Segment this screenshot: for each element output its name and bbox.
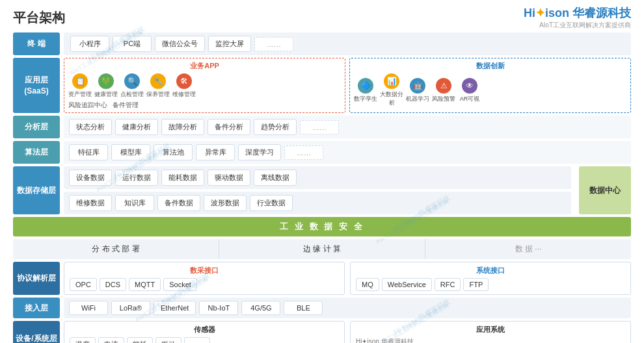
health-icon: 💚	[98, 73, 114, 89]
access-ethernet: EtherNet	[154, 301, 196, 315]
security-bar: 工 业 数 据 安 全	[13, 217, 631, 236]
protocol-label: 协议解析层	[13, 262, 60, 295]
ar-label: AR可视	[460, 95, 480, 103]
storage-run: 运行数据	[115, 170, 158, 186]
ml-icon: 🤖	[410, 78, 425, 94]
digital-twin-icon: 🔷	[358, 78, 373, 94]
data-icons: 🔷 数字孪生 📊 大数据分析 🤖 机器学习 ⚠ 风险预警	[354, 73, 626, 107]
proto-dcs: DCS	[100, 278, 126, 291]
page-title: 平台架构	[13, 9, 65, 27]
dist-deploy: 分 布 式 部 署	[13, 239, 219, 259]
icon-repair: 🛠 维修管理	[172, 73, 196, 99]
maintain-label: 保养管理	[146, 90, 170, 99]
system-interface: 系统接口 MQ WebService RFC FTP	[350, 262, 631, 295]
analysis-content: 状态分析 健康分析 故障分析 备件分析 趋势分析 ……	[64, 116, 631, 138]
storage-repair: 维修数据	[69, 195, 112, 211]
icon-ml: 🤖 机器学习	[406, 78, 429, 103]
storage-wave: 波形数据	[204, 195, 247, 211]
storage-drive: 驱动数据	[208, 170, 250, 186]
bigdata-icon: 📊	[384, 73, 399, 89]
sensor-temp: 温度	[70, 337, 96, 343]
icon-risk: ⚠ 风险预警	[432, 78, 455, 103]
sensor-more: ……	[184, 337, 210, 343]
main-content: 终 端 小程序 PC端 微信公众号 监控大屏 …… 应用层(SaaS) 业务AP…	[0, 32, 644, 343]
proto-mqtt: MQTT	[129, 278, 161, 291]
terminal-label: 终 端	[13, 32, 60, 55]
logo-sub: AIoT工业互联网解决方案提供商	[524, 21, 631, 30]
storage-content: 设备数据 运行数据 能耗数据 驱动数据 离线数据 维修数据 知识库 备件数据 波…	[64, 166, 571, 214]
sensor-section: 传感器 温度 电流 能耗 振动 ……	[64, 321, 345, 343]
storage-row2: 维修数据 知识库 备件数据 波形数据 行业数据	[64, 192, 571, 214]
icon-asset: 📋 资产管理	[68, 73, 92, 99]
sensor-energy: 能耗	[127, 337, 153, 343]
app-system-title: 应用系统	[356, 325, 625, 335]
saas-content: 业务APP 📋 资产管理 💚 健康管理 🔍 点检管理	[64, 58, 631, 113]
business-icons: 📋 资产管理 💚 健康管理 🔍 点检管理 🔧 保养管理	[68, 73, 341, 99]
sensor-cells: 温度 电流 能耗 振动 ……	[70, 337, 339, 343]
icon-health: 💚 健康管理	[94, 73, 118, 99]
icon-bigdata: 📊 大数据分析	[380, 73, 403, 107]
data-center: 数据中心	[579, 166, 631, 214]
header: 平台架构 Hi✦ison 华睿源科技 AIoT工业互联网解决方案提供商	[0, 0, 644, 32]
protocol-row: 协议解析层 数采接口 OPC DCS MQTT Socket 系统接口 MQ W…	[13, 262, 631, 295]
proto-mq: MQ	[356, 278, 379, 291]
data-interface-cells: OPC DCS MQTT Socket	[70, 278, 339, 291]
asset-label: 资产管理	[68, 90, 92, 99]
device-row: 设备/系统层 传感器 温度 电流 能耗 振动 …… 应用系统 Hi✦ison 华…	[13, 321, 631, 343]
algo-feature: 特征库	[69, 144, 108, 160]
risk-label: 风险预警	[432, 95, 455, 103]
health-label: 健康管理	[94, 90, 118, 99]
app-system-section: 应用系统 Hi✦ison 华睿源科技	[350, 321, 631, 343]
dist-edge: 边 缘 计 算	[219, 239, 425, 259]
analysis-fault: 故障分析	[161, 119, 204, 135]
access-row: 接入层 WiFi LoRa® EtherNet Nb-IoT 4G/5G BLE	[13, 298, 631, 318]
sensor-current: 电流	[98, 337, 124, 343]
data-interface: 数采接口 OPC DCS MQTT Socket	[64, 262, 345, 295]
dist-data: 数 据 ···	[425, 239, 631, 259]
analysis-more: ……	[300, 120, 339, 134]
analysis-health: 健康分析	[115, 119, 158, 135]
logo-name: Hi✦ison 华睿源科技	[524, 5, 631, 21]
icon-ar: 👁 AR可视	[458, 78, 481, 103]
terminal-pc: PC端	[113, 36, 152, 52]
proto-ftp: FTP	[463, 278, 489, 291]
data-innovation: 数据创新 🔷 数字孪生 📊 大数据分析 🤖 机器学习	[349, 58, 631, 113]
icon-maintain: 🔧 保养管理	[146, 73, 170, 99]
access-nbiot: Nb-IoT	[199, 301, 238, 315]
algo-model: 模型库	[111, 144, 150, 160]
repair-label: 维修管理	[172, 90, 196, 99]
app-system-logo: Hi✦ison 华睿源科技	[356, 337, 625, 343]
analysis-row: 分析层 状态分析 健康分析 故障分析 备件分析 趋势分析 ……	[13, 116, 631, 138]
algo-label: 算法层	[13, 141, 60, 164]
analysis-label: 分析层	[13, 116, 60, 138]
terminal-row: 终 端 小程序 PC端 微信公众号 监控大屏 ……	[13, 32, 631, 55]
sensor-title: 传感器	[70, 325, 339, 335]
terminal-content: 小程序 PC端 微信公众号 监控大屏 ……	[64, 32, 631, 55]
hision-logo-text: Hi✦ison 华睿源科技	[356, 337, 414, 343]
storage-knowledge: 知识库	[115, 195, 154, 211]
storage-row1: 设备数据 运行数据 能耗数据 驱动数据 离线数据	[64, 166, 571, 189]
algo-row: 算法层 特征库 模型库 算法池 异常库 深度学习 ……	[13, 141, 631, 164]
asset-icon: 📋	[72, 73, 88, 89]
access-ble: BLE	[284, 301, 323, 315]
algo-more: ……	[284, 146, 323, 160]
algo-anomaly: 异常库	[196, 144, 235, 160]
terminal-mini-app: 小程序	[70, 36, 109, 52]
check-icon: 🔍	[124, 73, 140, 89]
data-interface-title: 数采接口	[70, 266, 339, 275]
access-lora: LoRa®	[111, 301, 150, 315]
device-label: 设备/系统层	[13, 321, 60, 343]
saas-row: 应用层(SaaS) 业务APP 📋 资产管理 💚 健康管理 🔍 点检	[13, 58, 631, 113]
storage-industry: 行业数据	[250, 195, 293, 211]
icon-digital-twin: 🔷 数字孪生	[354, 78, 377, 103]
icon-check: 🔍 点检管理	[120, 73, 144, 99]
business-text: 风险追踪中心 备件管理	[68, 101, 341, 110]
repair-icon: 🛠	[176, 73, 192, 89]
access-content: WiFi LoRa® EtherNet Nb-IoT 4G/5G BLE	[64, 298, 631, 318]
storage-device: 设备数据	[69, 170, 112, 186]
storage-energy: 能耗数据	[161, 170, 204, 186]
analysis-state: 状态分析	[69, 119, 112, 135]
digital-twin-label: 数字孪生	[354, 95, 377, 103]
saas-label: 应用层(SaaS)	[13, 58, 60, 113]
analysis-spare: 备件分析	[208, 119, 250, 135]
